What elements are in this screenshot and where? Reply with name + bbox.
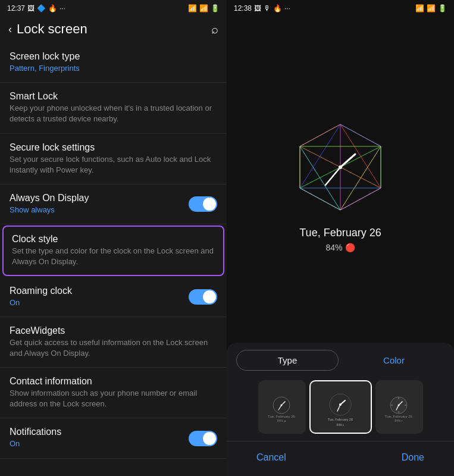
notifications-subtitle: On (10, 439, 61, 449)
clock-option-2-preview: Tue, February 26 84% ▪ (318, 385, 363, 430)
svg-point-30 (339, 403, 342, 406)
status-right-right: 📶 📶 🔋 (415, 4, 447, 12)
time-right: 12:38 (234, 4, 252, 12)
settings-item-always-on-display[interactable]: Always On Display Show always (0, 184, 227, 224)
status-left-right: 12:38 🖼 🎙 🔥 ··· (234, 4, 290, 12)
svg-point-41 (398, 405, 400, 406)
secure-lock-title: Secure lock settings (10, 142, 217, 153)
header-left: ‹ Lock screen (8, 21, 87, 37)
photo-icon: 🖼 (27, 4, 35, 12)
page-title: Lock screen (17, 21, 87, 37)
svg-text:Tue, February 26: Tue, February 26 (328, 418, 353, 421)
svg-text:84% ▪: 84% ▪ (394, 419, 402, 422)
clock-style-title: Clock style (12, 234, 215, 245)
battery-percent: 84% (325, 243, 342, 252)
geometric-clock (293, 120, 388, 215)
clock-option-3-preview: Tue, February 26 84% ▪ (383, 392, 415, 422)
settings-item-contact-info[interactable]: Contact information Show information suc… (0, 368, 227, 418)
svg-line-10 (300, 124, 340, 146)
status-left: 12:37 🖼 🔷 🔥 ··· (7, 4, 65, 12)
wifi-icon-right: 📶 (415, 4, 424, 12)
settings-item-screen-lock-type[interactable]: Screen lock type Pattern, Fingerprints (0, 43, 227, 83)
battery-icon: 🔋 (211, 4, 220, 12)
search-button[interactable]: ⌕ (211, 23, 218, 36)
time-left: 12:37 (7, 4, 25, 12)
photo-icon-right: 🖼 (254, 4, 261, 12)
svg-line-11 (340, 124, 381, 146)
always-on-display-row: Always On Display Show always (10, 193, 217, 215)
fire-icon: 🔥 (48, 4, 57, 12)
clock-option-1-preview: Tue, February 26 84% ● (265, 392, 298, 422)
battery-icon-right: 🔋 (438, 4, 447, 12)
roaming-clock-text-block: Roaming clock On (10, 286, 72, 308)
contact-info-subtitle: Show information such as your phone numb… (10, 388, 217, 409)
battery-icon-indicator: 🔴 (345, 243, 355, 252)
secure-lock-subtitle: Set your secure lock functions, such as … (10, 154, 217, 176)
back-button[interactable]: ‹ (8, 23, 12, 36)
face-widgets-title: FaceWidgets (10, 325, 217, 336)
clock-battery: 84% 🔴 (325, 243, 355, 252)
header: ‹ Lock screen ⌕ (0, 17, 227, 43)
notifications-toggle[interactable] (189, 431, 217, 446)
wifi-icon: 📶 (188, 4, 197, 12)
settings-item-clock-style[interactable]: Clock style Set the type and color for t… (2, 226, 224, 275)
svg-text:Tue, February 26: Tue, February 26 (385, 415, 412, 418)
roaming-clock-toggle[interactable] (189, 289, 217, 305)
mic-icon: 🎙 (264, 4, 271, 12)
settings-item-notifications[interactable]: Notifications On (0, 418, 227, 458)
clock-options: Tue, February 26 84% ● Tue, February 26 … (227, 377, 454, 441)
svg-point-23 (281, 405, 283, 406)
status-bar-right: 12:38 🖼 🎙 🔥 ··· 📶 📶 🔋 (227, 0, 454, 17)
done-button[interactable]: Done (390, 447, 436, 468)
roaming-clock-title: Roaming clock (10, 286, 72, 296)
settings-item-smart-lock[interactable]: Smart Lock Keep your phone unlocked when… (0, 83, 227, 133)
settings-item-secure-lock[interactable]: Secure lock settings Set your secure loc… (0, 134, 227, 184)
roaming-clock-subtitle: On (10, 298, 72, 308)
signal-icon-right: 📶 (427, 4, 436, 12)
svg-line-15 (300, 188, 340, 210)
settings-item-roaming-clock[interactable]: Roaming clock On (0, 277, 227, 317)
bottom-actions: Cancel Done (227, 441, 454, 476)
clock-option-2[interactable]: Tue, February 26 84% ▪ (309, 380, 372, 434)
clock-preview-area: Tue, February 26 84% 🔴 (227, 17, 454, 343)
screen-lock-title: Screen lock type (10, 51, 217, 62)
svg-text:84% ●: 84% ● (277, 419, 286, 422)
more-icon: ··· (60, 4, 65, 12)
geo-clock-svg (293, 120, 388, 215)
always-on-display-title: Always On Display (10, 193, 89, 203)
smart-lock-subtitle: Keep your phone unlocked when it's in a … (10, 103, 217, 124)
clock-style-subtitle: Set the type and color for the clock on … (12, 246, 215, 267)
signal-icon: 📶 (199, 4, 208, 12)
more-icon-right: ··· (284, 4, 290, 12)
notifications-text-block: Notifications On (10, 427, 61, 449)
clock-option-3[interactable]: Tue, February 26 84% ▪ (375, 380, 423, 434)
clock-date: Tue, February 26 (299, 227, 381, 239)
face-widgets-subtitle: Get quick access to useful information o… (10, 337, 217, 359)
always-on-display-text-block: Always On Display Show always (10, 193, 89, 215)
smart-lock-title: Smart Lock (10, 91, 217, 102)
clock-option-1[interactable]: Tue, February 26 84% ● (258, 380, 306, 434)
bottom-panel: Type Color Tue, February 26 84% ● (227, 343, 454, 476)
svg-point-18 (339, 165, 342, 169)
tab-color[interactable]: Color (343, 350, 444, 370)
right-panel: 12:38 🖼 🎙 🔥 ··· 📶 📶 🔋 (227, 0, 454, 476)
contact-info-title: Contact information (10, 376, 217, 387)
cancel-button[interactable]: Cancel (245, 447, 298, 468)
svg-line-17 (325, 167, 340, 185)
status-bar-left: 12:37 🖼 🔷 🔥 ··· 📶 📶 🔋 (0, 0, 227, 17)
status-right: 📶 📶 🔋 (188, 4, 220, 12)
notifications-row: Notifications On (10, 427, 217, 449)
always-on-display-toggle[interactable] (189, 196, 217, 212)
notifications-title: Notifications (10, 427, 61, 437)
fire-icon-right: 🔥 (273, 4, 282, 12)
svg-line-14 (340, 188, 381, 210)
settings-list: Screen lock type Pattern, Fingerprints S… (0, 43, 227, 476)
always-on-display-subtitle: Show always (10, 205, 89, 215)
left-panel: 12:37 🖼 🔷 🔥 ··· 📶 📶 🔋 ‹ Lock screen ⌕ Sc… (0, 0, 227, 476)
tab-type[interactable]: Type (236, 350, 339, 371)
svg-text:Tue, February 26: Tue, February 26 (268, 415, 295, 418)
screen-lock-subtitle: Pattern, Fingerprints (10, 63, 217, 74)
settings-item-face-widgets[interactable]: FaceWidgets Get quick access to useful i… (0, 317, 227, 368)
bluetooth-icon: 🔷 (37, 4, 46, 12)
svg-text:84% ▪: 84% ▪ (336, 423, 344, 427)
